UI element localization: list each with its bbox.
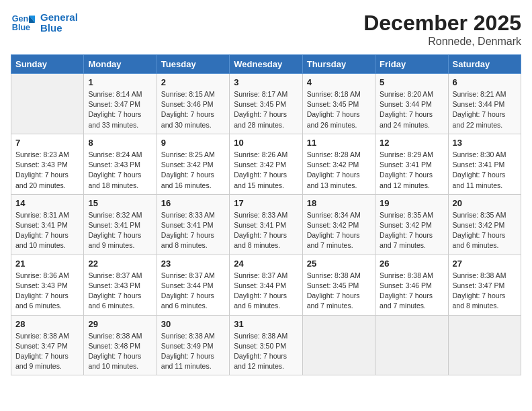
calendar-cell: 6Sunrise: 8:21 AMSunset: 3:44 PMDaylight…: [448, 74, 521, 134]
day-number: 18: [307, 198, 371, 208]
cell-info: Sunrise: 8:24 AMSunset: 3:43 PMDaylight:…: [88, 150, 152, 191]
calendar-week-row: 21Sunrise: 8:36 AMSunset: 3:43 PMDayligh…: [11, 255, 521, 315]
cell-info: Sunrise: 8:33 AMSunset: 3:41 PMDaylight:…: [161, 210, 225, 251]
cell-info: Sunrise: 8:18 AMSunset: 3:45 PMDaylight:…: [307, 89, 371, 130]
calendar-cell: 15Sunrise: 8:32 AMSunset: 3:41 PMDayligh…: [84, 194, 157, 255]
day-number: 8: [88, 138, 152, 148]
calendar-cell: 28Sunrise: 8:38 AMSunset: 3:47 PMDayligh…: [11, 315, 84, 375]
calendar-header-row: SundayMondayTuesdayWednesdayThursdayFrid…: [11, 55, 521, 74]
calendar-cell: 9Sunrise: 8:25 AMSunset: 3:42 PMDaylight…: [157, 134, 229, 194]
day-header-wednesday: Wednesday: [230, 55, 302, 74]
day-number: 7: [15, 138, 79, 148]
day-number: 12: [380, 138, 443, 148]
calendar-cell: 19Sunrise: 8:35 AMSunset: 3:42 PMDayligh…: [375, 194, 448, 255]
day-number: 4: [307, 77, 371, 87]
calendar-cell: 30Sunrise: 8:38 AMSunset: 3:49 PMDayligh…: [157, 315, 229, 375]
day-number: 26: [380, 259, 443, 269]
day-number: 27: [453, 259, 517, 269]
calendar-week-row: 14Sunrise: 8:31 AMSunset: 3:41 PMDayligh…: [11, 194, 521, 255]
day-number: 15: [88, 198, 152, 208]
day-number: 2: [161, 77, 225, 87]
page-header: General Blue General Blue December 2025 …: [11, 11, 521, 48]
calendar-cell: 3Sunrise: 8:17 AMSunset: 3:45 PMDaylight…: [230, 74, 302, 134]
calendar-cell: 27Sunrise: 8:38 AMSunset: 3:47 PMDayligh…: [448, 255, 521, 315]
calendar-cell: 29Sunrise: 8:38 AMSunset: 3:48 PMDayligh…: [84, 315, 157, 375]
cell-info: Sunrise: 8:38 AMSunset: 3:45 PMDaylight:…: [307, 271, 371, 312]
calendar-cell: 4Sunrise: 8:18 AMSunset: 3:45 PMDaylight…: [302, 74, 375, 134]
day-header-friday: Friday: [375, 55, 448, 74]
cell-info: Sunrise: 8:26 AMSunset: 3:42 PMDaylight:…: [234, 150, 298, 191]
day-number: 16: [161, 198, 225, 208]
calendar-cell: 11Sunrise: 8:28 AMSunset: 3:42 PMDayligh…: [302, 134, 375, 194]
day-number: 11: [307, 138, 371, 148]
calendar-cell: 22Sunrise: 8:37 AMSunset: 3:43 PMDayligh…: [84, 255, 157, 315]
cell-info: Sunrise: 8:15 AMSunset: 3:46 PMDaylight:…: [161, 89, 225, 130]
day-number: 14: [15, 198, 79, 208]
calendar-body: 1Sunrise: 8:14 AMSunset: 3:47 PMDaylight…: [11, 74, 521, 375]
calendar-cell: 24Sunrise: 8:37 AMSunset: 3:44 PMDayligh…: [230, 255, 302, 315]
location-title: Ronnede, Denmark: [363, 36, 521, 48]
calendar-cell: 23Sunrise: 8:37 AMSunset: 3:44 PMDayligh…: [157, 255, 229, 315]
calendar-cell: 26Sunrise: 8:38 AMSunset: 3:46 PMDayligh…: [375, 255, 448, 315]
calendar-table: SundayMondayTuesdayWednesdayThursdayFrid…: [11, 54, 521, 375]
logo: General Blue General Blue: [11, 11, 78, 35]
day-number: 22: [88, 259, 152, 269]
day-number: 19: [380, 198, 443, 208]
calendar-week-row: 28Sunrise: 8:38 AMSunset: 3:47 PMDayligh…: [11, 315, 521, 375]
cell-info: Sunrise: 8:37 AMSunset: 3:44 PMDaylight:…: [234, 271, 298, 312]
cell-info: Sunrise: 8:38 AMSunset: 3:46 PMDaylight:…: [380, 271, 443, 312]
calendar-week-row: 7Sunrise: 8:23 AMSunset: 3:43 PMDaylight…: [11, 134, 521, 194]
day-number: 29: [88, 319, 152, 329]
cell-info: Sunrise: 8:38 AMSunset: 3:47 PMDaylight:…: [15, 331, 79, 372]
day-number: 5: [380, 77, 443, 87]
logo-line1: General: [40, 12, 78, 24]
calendar-cell: [302, 315, 375, 375]
calendar-cell: 1Sunrise: 8:14 AMSunset: 3:47 PMDaylight…: [84, 74, 157, 134]
cell-info: Sunrise: 8:34 AMSunset: 3:42 PMDaylight:…: [307, 210, 371, 251]
cell-info: Sunrise: 8:37 AMSunset: 3:43 PMDaylight:…: [88, 271, 152, 312]
cell-info: Sunrise: 8:14 AMSunset: 3:47 PMDaylight:…: [88, 89, 152, 130]
calendar-cell: 31Sunrise: 8:38 AMSunset: 3:50 PMDayligh…: [230, 315, 302, 375]
calendar-cell: 25Sunrise: 8:38 AMSunset: 3:45 PMDayligh…: [302, 255, 375, 315]
day-header-sunday: Sunday: [11, 55, 84, 74]
cell-info: Sunrise: 8:38 AMSunset: 3:50 PMDaylight:…: [234, 331, 298, 372]
title-area: December 2025 Ronnede, Denmark: [363, 11, 521, 48]
cell-info: Sunrise: 8:31 AMSunset: 3:41 PMDaylight:…: [15, 210, 79, 251]
day-number: 13: [453, 138, 517, 148]
cell-info: Sunrise: 8:20 AMSunset: 3:44 PMDaylight:…: [380, 89, 443, 130]
day-header-saturday: Saturday: [448, 55, 521, 74]
day-number: 1: [88, 77, 152, 87]
calendar-cell: [375, 315, 448, 375]
calendar-cell: 16Sunrise: 8:33 AMSunset: 3:41 PMDayligh…: [157, 194, 229, 255]
day-number: 9: [161, 138, 225, 148]
logo-line2: Blue: [40, 23, 78, 34]
cell-info: Sunrise: 8:37 AMSunset: 3:44 PMDaylight:…: [161, 271, 225, 312]
cell-info: Sunrise: 8:35 AMSunset: 3:42 PMDaylight:…: [453, 210, 517, 251]
calendar-cell: 7Sunrise: 8:23 AMSunset: 3:43 PMDaylight…: [11, 134, 84, 194]
month-title: December 2025: [363, 11, 521, 36]
cell-info: Sunrise: 8:38 AMSunset: 3:48 PMDaylight:…: [88, 331, 152, 372]
cell-info: Sunrise: 8:38 AMSunset: 3:47 PMDaylight:…: [453, 271, 517, 312]
cell-info: Sunrise: 8:17 AMSunset: 3:45 PMDaylight:…: [234, 89, 298, 130]
day-number: 10: [234, 138, 298, 148]
calendar-cell: 2Sunrise: 8:15 AMSunset: 3:46 PMDaylight…: [157, 74, 229, 134]
day-number: 6: [453, 77, 517, 87]
cell-info: Sunrise: 8:35 AMSunset: 3:42 PMDaylight:…: [380, 210, 443, 251]
calendar-cell: 20Sunrise: 8:35 AMSunset: 3:42 PMDayligh…: [448, 194, 521, 255]
calendar-cell: [448, 315, 521, 375]
day-number: 24: [234, 259, 298, 269]
day-number: 21: [15, 259, 79, 269]
calendar-cell: 14Sunrise: 8:31 AMSunset: 3:41 PMDayligh…: [11, 194, 84, 255]
day-number: 3: [234, 77, 298, 87]
calendar-cell: 21Sunrise: 8:36 AMSunset: 3:43 PMDayligh…: [11, 255, 84, 315]
day-number: 25: [307, 259, 371, 269]
calendar-cell: 5Sunrise: 8:20 AMSunset: 3:44 PMDaylight…: [375, 74, 448, 134]
calendar-cell: 17Sunrise: 8:33 AMSunset: 3:41 PMDayligh…: [230, 194, 302, 255]
calendar-cell: [11, 74, 84, 134]
cell-info: Sunrise: 8:38 AMSunset: 3:49 PMDaylight:…: [161, 331, 225, 372]
cell-info: Sunrise: 8:36 AMSunset: 3:43 PMDaylight:…: [15, 271, 79, 312]
calendar-cell: 18Sunrise: 8:34 AMSunset: 3:42 PMDayligh…: [302, 194, 375, 255]
cell-info: Sunrise: 8:21 AMSunset: 3:44 PMDaylight:…: [453, 89, 517, 130]
day-number: 28: [15, 319, 79, 329]
cell-info: Sunrise: 8:25 AMSunset: 3:42 PMDaylight:…: [161, 150, 225, 191]
